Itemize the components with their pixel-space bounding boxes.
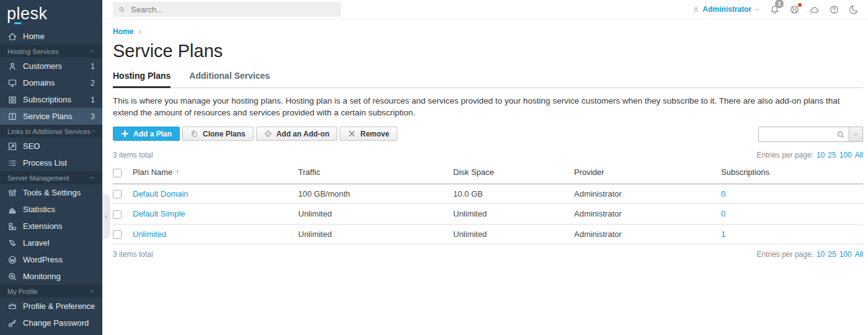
disk-space-value: Unlimited	[453, 230, 487, 239]
sidebar-item-process-list[interactable]: Process List	[0, 154, 102, 171]
user-name: Administrator	[702, 5, 751, 14]
sidebar-item-subscriptions[interactable]: Subscriptions1	[0, 91, 102, 108]
page-size-link-25[interactable]: 25	[828, 151, 836, 159]
page-description: This is where you manage your hosting pl…	[113, 95, 863, 119]
page-title: Service Plans	[113, 42, 863, 61]
blocks-icon	[7, 221, 17, 231]
list-icon	[7, 158, 17, 168]
home-icon	[7, 32, 17, 42]
chevron-up-icon	[89, 288, 95, 294]
sidebar-item-customers[interactable]: Customers1	[0, 58, 102, 74]
column-header-disk-space[interactable]: Disk Space	[453, 163, 574, 184]
column-header-provider[interactable]: Provider	[574, 163, 721, 184]
user-menu[interactable]: Administrator	[693, 5, 760, 14]
plan-name-link[interactable]: Default Domain	[133, 189, 188, 199]
sidebar: plesk HomeHosting ServicesCustomers1Doma…	[0, 0, 102, 335]
subscriptions-link[interactable]: 0	[721, 189, 725, 199]
column-header-traffic[interactable]: Traffic	[298, 163, 453, 184]
sidebar-item-service-plans[interactable]: Service Plans3	[0, 108, 102, 125]
plan-name-link[interactable]: Unlimited	[133, 230, 166, 239]
column-header-plan-name[interactable]: Plan Name	[133, 163, 298, 184]
plesk-logo[interactable]: plesk	[0, 0, 102, 28]
chevron-down-icon	[853, 132, 859, 137]
sidebar-item-label: SEO	[23, 141, 95, 151]
page-size-link-10[interactable]: 10	[817, 151, 825, 159]
question-icon	[829, 4, 839, 15]
sidebar-item-label: Monitoring	[23, 272, 95, 281]
sidebar-section-server-management[interactable]: Server Management	[0, 171, 102, 184]
news-button[interactable]	[789, 4, 800, 15]
sidebar-section-label: Links to Additional Services	[7, 128, 91, 135]
clone-plans-button[interactable]: Clone Plans	[182, 127, 254, 141]
chevron-up-icon	[89, 48, 95, 54]
filter-search-input[interactable]	[759, 130, 836, 139]
page-size-link-25[interactable]: 25	[828, 250, 836, 259]
sidebar-item-label: Service Plans	[23, 112, 91, 121]
grid-icon	[7, 95, 17, 105]
plan-name-link[interactable]: Default Simple	[133, 209, 185, 218]
sidebar-section-label: Server Management	[7, 174, 89, 182]
items-total: 3 items total	[113, 250, 153, 259]
filter-group	[758, 127, 863, 142]
breadcrumb-home-link[interactable]: Home	[113, 27, 133, 36]
add-addon-button[interactable]: Add an Add-on	[256, 127, 338, 141]
sidebar-section-links-to-additional-services[interactable]: Links to Additional Services	[0, 125, 102, 138]
page-size-link-100[interactable]: 100	[839, 250, 852, 259]
dark-mode-toggle[interactable]	[849, 4, 859, 15]
crown-icon	[7, 302, 17, 311]
remove-button[interactable]: Remove	[340, 127, 397, 141]
sidebar-item-count: 2	[91, 79, 95, 87]
list-meta-top: 3 items total Entries per page: 1025100A…	[113, 151, 863, 159]
tab-hosting-plans[interactable]: Hosting Plans	[113, 71, 170, 88]
filter-dropdown-button[interactable]	[849, 127, 863, 142]
monitoring-icon	[7, 272, 17, 282]
page-size-link-100[interactable]: 100	[839, 151, 852, 159]
sidebar-nav: HomeHosting ServicesCustomers1Domains2Su…	[0, 28, 102, 331]
help-button[interactable]	[829, 4, 839, 15]
sidebar-item-tools-settings[interactable]: Tools & Settings	[0, 184, 102, 201]
row-checkbox[interactable]	[113, 210, 122, 219]
sidebar-item-laravel[interactable]: Laravel	[0, 234, 102, 251]
column-header-subscriptions[interactable]: Subscriptions	[721, 163, 863, 184]
sidebar-section-label: Hosting Services	[7, 48, 89, 55]
global-search[interactable]	[113, 2, 341, 17]
clone-plans-label: Clone Plans	[203, 130, 246, 138]
search-icon	[836, 130, 845, 139]
tab-additional-services[interactable]: Additional Services	[189, 71, 270, 88]
sidebar-item-profile-preferences[interactable]: Profile & Preferences	[0, 298, 102, 315]
select-all-checkbox[interactable]	[113, 169, 122, 177]
sidebar-section-hosting-services[interactable]: Hosting Services	[0, 45, 102, 58]
table-row: Default SimpleUnlimitedUnlimitedAdminist…	[113, 204, 863, 225]
sidebar-item-extensions[interactable]: Extensions	[0, 218, 102, 234]
sidebar-item-home[interactable]: Home	[0, 28, 102, 45]
sidebar-item-label: Domains	[23, 78, 91, 87]
copy-icon	[190, 130, 198, 138]
list-meta-bottom: 3 items total Entries per page: 1025100A…	[113, 250, 863, 259]
subscriptions-link[interactable]: 1	[721, 230, 725, 239]
notifications-button[interactable]: 2	[769, 4, 780, 15]
subscriptions-link[interactable]: 0	[721, 209, 725, 218]
caret-down-icon	[755, 7, 760, 12]
sidebar-item-count: 1	[91, 62, 95, 71]
filter-search[interactable]	[758, 127, 849, 142]
sidebar-collapse-handle[interactable]	[102, 194, 110, 239]
sidebar-item-domains[interactable]: Domains2	[0, 74, 102, 91]
page-size-link-10[interactable]: 10	[817, 250, 825, 259]
sidebar-item-statistics[interactable]: Statistics	[0, 201, 102, 218]
cloud-button[interactable]	[809, 4, 820, 15]
sidebar-item-seo[interactable]: SEO	[0, 138, 102, 154]
page-size-link-all[interactable]: All	[855, 151, 863, 159]
sidebar-item-count: 1	[91, 96, 95, 104]
sidebar-item-monitoring[interactable]: Monitoring	[0, 268, 102, 285]
page-size-links: 1025100All	[817, 151, 863, 159]
add-plan-button[interactable]: Add a Plan	[113, 127, 180, 141]
row-checkbox[interactable]	[113, 190, 122, 199]
sidebar-item-wordpress[interactable]: WordPress	[0, 251, 102, 268]
moon-icon	[849, 4, 859, 15]
sidebar-item-label: Change Password	[23, 318, 95, 328]
sidebar-section-my-profile[interactable]: My Profile	[0, 285, 102, 298]
row-checkbox[interactable]	[113, 230, 122, 239]
sidebar-item-change-password[interactable]: Change Password	[0, 315, 102, 331]
page-size-link-all[interactable]: All	[855, 250, 863, 259]
global-search-input[interactable]	[130, 4, 335, 15]
